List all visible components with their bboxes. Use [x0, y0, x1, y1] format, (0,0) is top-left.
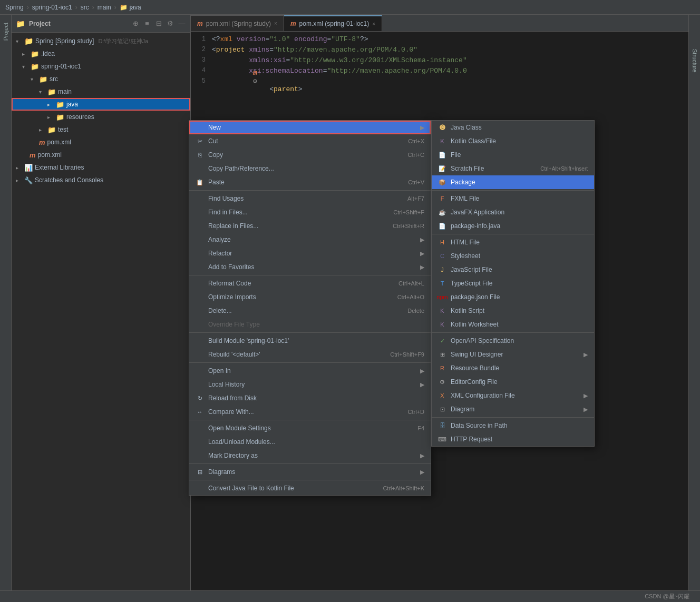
sub-item-html[interactable]: H HTML File: [432, 235, 594, 249]
tree-item-scratches[interactable]: ▸ 🔧 Scratches and Consoles: [12, 174, 190, 186]
submenu-arrow: ▶: [584, 351, 588, 358]
close-panel-icon[interactable]: —: [178, 19, 186, 28]
tree-item-idea[interactable]: ▸ 📁 .idea: [12, 47, 190, 60]
ctx-item-compare[interactable]: ↔ Compare With... Ctrl+D: [189, 405, 431, 419]
ctx-item-paste[interactable]: 📋 Paste Ctrl+V: [189, 175, 431, 189]
sub-item-datasource[interactable]: 🗄 Data Source in Path: [432, 419, 594, 432]
ctx-shortcut: Ctrl+Shift+F: [393, 209, 424, 215]
ctx-item-rebuild[interactable]: Rebuild '<default>' Ctrl+Shift+F9: [189, 348, 431, 361]
scratch-file-icon: 📝: [438, 164, 446, 173]
sub-item-http[interactable]: ⌨ HTTP Request: [432, 432, 594, 446]
sub-item-pkg-json[interactable]: npm package.json File: [432, 290, 594, 304]
sub-item-file[interactable]: 📄 File: [432, 148, 594, 162]
tree-item-src[interactable]: ▾ 📁 src: [12, 73, 190, 85]
tab-close-button[interactable]: ×: [274, 21, 277, 26]
ctx-item-build-module[interactable]: Build Module 'spring-01-ioc1': [189, 334, 431, 348]
ctx-item-reload[interactable]: ↻ Reload from Disk: [189, 391, 431, 405]
ctx-item-analyze[interactable]: Analyze ▶: [189, 233, 431, 246]
ctx-label: Refactor: [208, 250, 232, 257]
ctx-item-convert-kotlin[interactable]: Convert Java File to Kotlin File Ctrl+Al…: [189, 481, 431, 495]
ctx-label: Paste: [208, 179, 225, 186]
tab-pom-spring01[interactable]: m pom.xml (spring-01-ioc1) ×: [284, 15, 382, 31]
ctx-item-refactor[interactable]: Refactor ▶: [189, 246, 431, 260]
submenu-arrow: ▶: [420, 469, 424, 476]
tree-item-ext-libs[interactable]: ▸ 📊 External Libraries: [12, 161, 190, 174]
settings-icon[interactable]: ⚙: [166, 19, 174, 28]
tree-item-pom-root[interactable]: ▸ m pom.xml: [12, 149, 190, 161]
sub-item-xml-config[interactable]: X XML Configuration File ▶: [432, 389, 594, 402]
tree-item-java[interactable]: ▸ 📁 java: [12, 98, 190, 111]
sub-label: Kotlin Worksheet: [451, 321, 499, 328]
sub-item-fxml[interactable]: F FXML File: [432, 192, 594, 205]
sub-item-package[interactable]: 📦 Package: [432, 175, 594, 189]
breadcrumb-item[interactable]: main: [98, 4, 111, 11]
sub-item-pkg-info[interactable]: 📄 package-info.java: [432, 219, 594, 233]
ctx-item-diagrams[interactable]: ⊞ Diagrams ▶: [189, 465, 431, 479]
sub-label: package.json File: [451, 293, 500, 301]
tree-label: pom.xml: [47, 139, 71, 146]
sub-item-editorconfig[interactable]: ⚙ EditorConfig File: [432, 375, 594, 389]
tree-item-pom1[interactable]: ▸ m pom.xml: [12, 136, 190, 149]
sub-item-javafx[interactable]: ☕ JavaFX Application: [432, 205, 594, 219]
ctx-item-delete[interactable]: Delete... Delete: [189, 304, 431, 318]
kotlin-class-icon: K: [438, 137, 446, 145]
sub-item-kotlin-class[interactable]: K Kotlin Class/File: [432, 134, 594, 148]
ctx-item-module-settings[interactable]: Open Module Settings F4: [189, 421, 431, 435]
sub-item-resource-bundle[interactable]: R Resource Bundle: [432, 361, 594, 375]
ctx-item-copy[interactable]: ⎘ Copy Ctrl+C: [189, 148, 431, 162]
project-panel-label[interactable]: Project: [2, 20, 10, 43]
options-icon[interactable]: ⊟: [154, 19, 163, 28]
ctx-item-find-usages[interactable]: Find Usages Alt+F7: [189, 192, 431, 205]
tree-label: main: [58, 88, 72, 95]
collapse-icon[interactable]: ≡: [143, 19, 151, 28]
ctx-item-reformat[interactable]: Reformat Code Ctrl+Alt+L: [189, 277, 431, 290]
sub-label: EditorConfig File: [451, 378, 498, 386]
tree-item-test[interactable]: ▸ 📁 test: [12, 123, 190, 136]
structure-label[interactable]: Structure: [691, 46, 699, 75]
ctx-item-cut[interactable]: ✂ Cut Ctrl+X: [189, 134, 431, 148]
ctx-item-load-modules[interactable]: Load/Unload Modules...: [189, 435, 431, 449]
ctx-item-open-in[interactable]: Open In ▶: [189, 364, 431, 378]
sub-item-openapi[interactable]: ✓ OpenAPI Specification: [432, 334, 594, 348]
delete-icon: [196, 307, 204, 315]
tree-item-spring[interactable]: ▾ 📁 Spring [Spring study] D:\学习笔记\狂神Ja: [12, 35, 190, 47]
ctx-label: Open Module Settings: [208, 425, 271, 432]
ctx-item-local-history[interactable]: Local History ▶: [189, 378, 431, 391]
breadcrumb-item[interactable]: spring-01-ioc1: [32, 4, 72, 11]
breadcrumb-item[interactable]: Spring: [5, 4, 24, 11]
ctx-item-copy-path[interactable]: Copy Path/Reference...: [189, 162, 431, 175]
ctx-item-replace-files[interactable]: Replace in Files... Ctrl+Shift+R: [189, 219, 431, 233]
ctx-item-favorites[interactable]: Add to Favorites ▶: [189, 260, 431, 274]
ctx-shortcut: Ctrl+Alt+O: [397, 294, 424, 300]
sub-label: Kotlin Script: [451, 307, 484, 314]
submenu-arrow: ▶: [584, 406, 588, 413]
ctx-item-new[interactable]: New ▶: [189, 121, 431, 134]
tab-pom-spring[interactable]: m pom.xml (Spring study) ×: [191, 15, 284, 31]
ctx-separator: [189, 275, 431, 275]
tab-close-button[interactable]: ×: [372, 21, 375, 27]
breadcrumb-item[interactable]: java: [130, 4, 141, 11]
ctx-item-optimize[interactable]: Optimize Imports Ctrl+Alt+O: [189, 290, 431, 304]
sub-item-java-class[interactable]: 🅒 Java Class: [432, 121, 594, 134]
sub-item-js[interactable]: J JavaScript File: [432, 263, 594, 277]
tree-item-spring01[interactable]: ▾ 📁 spring-01-ioc1: [12, 60, 190, 73]
sub-item-diagram[interactable]: ⊡ Diagram ▶: [432, 402, 594, 416]
ctx-label: Optimize Imports: [208, 293, 256, 301]
sub-item-kotlin-ws[interactable]: K Kotlin Worksheet: [432, 318, 594, 331]
sub-item-kotlin-script[interactable]: K Kotlin Script: [432, 304, 594, 318]
tree-label: spring-01-ioc1: [41, 63, 81, 70]
sync-icon[interactable]: ⊕: [131, 19, 140, 28]
sub-item-ts[interactable]: T TypeScript File: [432, 277, 594, 290]
ctx-item-mark-dir[interactable]: Mark Directory as ▶: [189, 449, 431, 462]
tree-item-resources[interactable]: ▸ 📁 resources: [12, 111, 190, 123]
maven-icon: m: [39, 139, 45, 146]
swing-icon: ⊞: [438, 350, 446, 359]
tree-item-main[interactable]: ▾ 📁 main: [12, 85, 190, 98]
submenu-arrow: ▶: [584, 392, 588, 399]
analyze-icon: [196, 235, 204, 244]
breadcrumb-item[interactable]: src: [81, 4, 89, 11]
sub-item-scratch-file[interactable]: 📝 Scratch File Ctrl+Alt+Shift+Insert: [432, 162, 594, 175]
ctx-item-find-files[interactable]: Find in Files... Ctrl+Shift+F: [189, 205, 431, 219]
sub-item-stylesheet[interactable]: C Stylesheet: [432, 249, 594, 263]
sub-item-swing-ui[interactable]: ⊞ Swing UI Designer ▶: [432, 348, 594, 361]
